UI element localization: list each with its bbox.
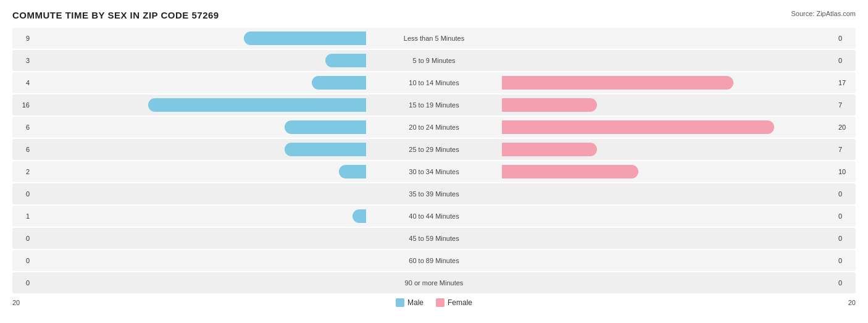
male-bar-container: [32, 187, 366, 201]
bar-row: 16 15 to 19 Minutes 7: [12, 94, 856, 115]
right-section: 7: [502, 139, 856, 160]
female-bar-container: [502, 232, 836, 245]
female-legend-box: [436, 298, 444, 307]
left-section: 1: [12, 206, 366, 227]
male-legend-label: Male: [407, 298, 424, 307]
female-bar-container: [502, 120, 836, 134]
center-label: 10 to 14 Minutes: [366, 79, 502, 86]
right-section: 10: [502, 161, 856, 182]
bar-row: 3 5 to 9 Minutes 0: [12, 50, 856, 71]
bar-row: 6 25 to 29 Minutes 7: [12, 139, 856, 160]
left-section: 4: [12, 72, 366, 93]
female-bar-container: [502, 143, 836, 156]
male-bar-container: [32, 254, 366, 267]
male-legend-box: [396, 298, 404, 307]
right-section: 0: [502, 50, 856, 71]
right-section: 20: [502, 117, 856, 138]
left-section: 0: [12, 272, 366, 293]
center-label: 25 to 29 Minutes: [366, 146, 502, 153]
male-bar: [353, 209, 366, 223]
male-value: 0: [12, 190, 30, 198]
bar-row: 0 35 to 39 Minutes 0: [12, 183, 856, 204]
male-value: 3: [12, 57, 30, 64]
male-bar: [325, 54, 366, 67]
female-bar: [502, 143, 597, 156]
female-value: 0: [838, 190, 856, 198]
male-value: 0: [12, 279, 30, 287]
male-bar-container: [32, 98, 366, 112]
female-value: 0: [838, 35, 856, 42]
female-bar-container: [502, 209, 836, 223]
female-bar-container: [502, 98, 836, 112]
left-axis-label: 20: [12, 299, 31, 306]
male-bar-container: [32, 54, 366, 67]
male-bar: [148, 98, 366, 112]
female-value: 0: [838, 57, 856, 64]
center-label: 30 to 34 Minutes: [366, 168, 502, 175]
legend-male: Male: [396, 298, 424, 307]
male-value: 9: [12, 35, 30, 42]
female-value: 7: [838, 101, 856, 109]
female-bar-container: [502, 254, 836, 267]
female-value: 7: [838, 146, 856, 153]
female-bar-container: [502, 31, 836, 45]
male-value: 0: [12, 235, 30, 242]
left-section: 16: [12, 94, 366, 115]
female-value: 0: [838, 212, 856, 220]
right-section: 0: [502, 272, 856, 293]
left-section: 9: [12, 28, 366, 49]
male-bar-container: [32, 209, 366, 223]
male-bar-container: [32, 120, 366, 134]
male-bar-container: [32, 76, 366, 90]
female-bar-container: [502, 276, 836, 290]
right-section: 0: [502, 250, 856, 271]
left-section: 2: [12, 161, 366, 182]
center-label: 90 or more Minutes: [366, 279, 502, 287]
left-section: 0: [12, 228, 366, 249]
left-section: 3: [12, 50, 366, 71]
female-value: 0: [838, 257, 856, 264]
right-section: 17: [502, 72, 856, 93]
female-bar-container: [502, 54, 836, 67]
male-bar-container: [32, 31, 366, 45]
center-label: 60 to 89 Minutes: [366, 257, 502, 264]
male-bar: [312, 76, 366, 90]
right-section: 0: [502, 28, 856, 49]
chart-title: COMMUTE TIME BY SEX IN ZIP CODE 57269: [12, 10, 219, 20]
female-value: 20: [838, 124, 856, 131]
female-bar-container: [502, 187, 836, 201]
bar-row: 1 40 to 44 Minutes 0: [12, 206, 856, 227]
female-legend-label: Female: [448, 298, 472, 307]
right-section: 7: [502, 94, 856, 115]
female-bar-container: [502, 165, 836, 178]
male-bar-container: [32, 165, 366, 178]
bar-row: 6 20 to 24 Minutes 20: [12, 117, 856, 138]
center-label: 5 to 9 Minutes: [366, 57, 502, 64]
male-bar-container: [32, 143, 366, 156]
bar-row: 2 30 to 34 Minutes 10: [12, 161, 856, 182]
bar-row: 4 10 to 14 Minutes 17: [12, 72, 856, 93]
male-value: 6: [12, 146, 30, 153]
male-bar-container: [32, 276, 366, 290]
male-value: 1: [12, 212, 30, 220]
center-label: 15 to 19 Minutes: [366, 101, 502, 109]
left-section: 6: [12, 139, 366, 160]
female-bar: [502, 76, 733, 90]
center-label: Less than 5 Minutes: [366, 35, 502, 42]
center-label: 40 to 44 Minutes: [366, 212, 502, 220]
female-bar: [502, 120, 774, 134]
bar-row: 0 60 to 89 Minutes 0: [12, 250, 856, 271]
legend-female: Female: [436, 298, 472, 307]
male-value: 16: [12, 101, 30, 109]
right-section: 0: [502, 228, 856, 249]
right-section: 0: [502, 206, 856, 227]
female-bar: [502, 165, 638, 178]
male-bar-container: [32, 232, 366, 245]
bar-row: 0 90 or more Minutes 0: [12, 272, 856, 293]
chart-area: 9 Less than 5 Minutes 0 3 5 to 9 Minutes: [12, 28, 856, 293]
male-value: 0: [12, 257, 30, 264]
male-bar: [244, 31, 366, 45]
right-section: 0: [502, 183, 856, 204]
left-section: 0: [12, 183, 366, 204]
male-bar: [339, 165, 366, 178]
